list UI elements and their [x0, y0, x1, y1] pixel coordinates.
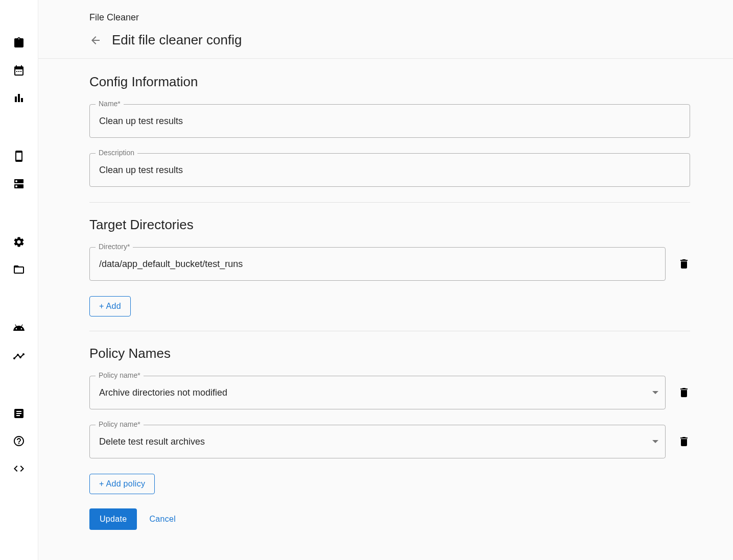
add-policy-button[interactable]: + Add policy	[89, 474, 155, 494]
name-input[interactable]	[89, 104, 690, 138]
insights-icon[interactable]	[13, 349, 25, 361]
description-input[interactable]	[89, 153, 690, 187]
cancel-button[interactable]: Cancel	[144, 508, 181, 530]
policy-names-title: Policy Names	[89, 346, 690, 361]
policy-select-0[interactable]: Archive directories not modified	[89, 376, 666, 409]
policy-select-value: Delete test result archives	[99, 436, 205, 447]
name-label: Name*	[96, 100, 124, 108]
policy-label: Policy name*	[96, 371, 144, 379]
update-button[interactable]: Update	[89, 508, 137, 530]
page-title: Edit file cleaner config	[112, 32, 242, 48]
policy-label: Policy name*	[96, 420, 144, 428]
divider	[89, 331, 690, 331]
policy-select-value: Archive directories not modified	[99, 387, 227, 398]
android-icon[interactable]	[13, 322, 25, 334]
delete-policy-icon[interactable]	[678, 386, 690, 399]
config-info-title: Config Information	[89, 74, 690, 90]
sidebar	[0, 0, 38, 560]
calendar-icon[interactable]	[13, 64, 25, 77]
target-dirs-title: Target Directories	[89, 217, 690, 233]
policy-select-1[interactable]: Delete test result archives	[89, 425, 666, 458]
page-header: File Cleaner Edit file cleaner config	[38, 0, 733, 59]
article-icon[interactable]	[13, 407, 25, 420]
add-directory-button[interactable]: + Add	[89, 296, 131, 316]
delete-directory-icon[interactable]	[678, 258, 690, 270]
dns-icon[interactable]	[13, 178, 25, 190]
description-label: Description	[96, 149, 137, 157]
help-icon[interactable]	[13, 435, 25, 447]
divider	[89, 202, 690, 203]
smartphone-icon[interactable]	[13, 150, 25, 162]
folder-icon[interactable]	[13, 263, 25, 276]
bar-chart-icon[interactable]	[13, 92, 25, 104]
main-content: File Cleaner Edit file cleaner config Co…	[38, 0, 733, 560]
gear-icon[interactable]	[13, 236, 25, 248]
clipboard-icon[interactable]	[13, 37, 25, 49]
delete-policy-icon[interactable]	[678, 435, 690, 448]
breadcrumb: File Cleaner	[89, 12, 733, 23]
directory-input[interactable]	[89, 247, 666, 281]
directory-label: Directory*	[96, 242, 133, 251]
back-arrow-icon[interactable]	[89, 34, 102, 46]
code-icon[interactable]	[13, 462, 25, 475]
